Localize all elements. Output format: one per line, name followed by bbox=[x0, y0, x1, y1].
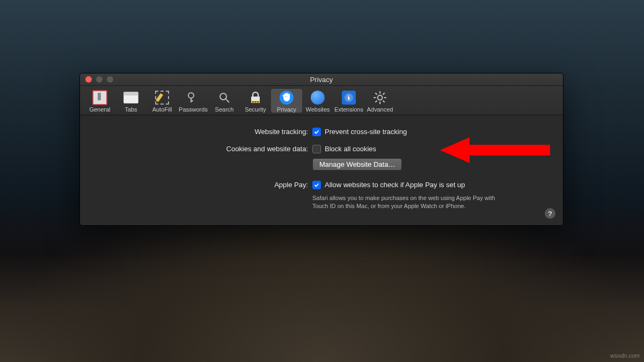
checkbox-label: Prevent cross-site tracking bbox=[325, 127, 407, 137]
tab-label: Search bbox=[215, 106, 234, 113]
checkbox-label: Block all cookies bbox=[325, 144, 376, 154]
tab-label: Security bbox=[245, 106, 266, 113]
svg-line-4 bbox=[226, 99, 229, 102]
tab-websites[interactable]: Websites bbox=[302, 89, 333, 113]
tab-label: Advanced bbox=[367, 106, 393, 113]
globe-icon bbox=[309, 90, 326, 105]
label-cookies: Cookies and website data: bbox=[96, 144, 312, 154]
svg-rect-2 bbox=[191, 100, 193, 101]
row-cookies: Cookies and website data: Block all cook… bbox=[96, 144, 547, 171]
tab-label: Websites bbox=[305, 106, 330, 113]
preferences-toolbar: General Tabs AutoFill Passwords Sear bbox=[80, 86, 563, 115]
checkbox-prevent-cross-site[interactable]: Prevent cross-site tracking bbox=[312, 127, 547, 137]
tab-autofill[interactable]: AutoFill bbox=[147, 89, 178, 113]
lock-icon bbox=[247, 90, 264, 105]
svg-rect-10 bbox=[257, 101, 259, 102]
svg-line-21 bbox=[383, 100, 384, 102]
tabs-icon bbox=[122, 90, 140, 105]
desktop-background: Privacy General Tabs AutoFill Passwords bbox=[0, 0, 644, 362]
tab-label: Tabs bbox=[125, 106, 137, 113]
row-apple-pay: Apple Pay: Allow websites to check if Ap… bbox=[96, 180, 547, 210]
search-icon bbox=[216, 90, 233, 105]
tab-privacy[interactable]: Privacy bbox=[271, 89, 302, 113]
hand-icon bbox=[278, 90, 295, 105]
tab-general[interactable]: General bbox=[84, 89, 115, 113]
svg-point-0 bbox=[188, 93, 194, 98]
row-website-tracking: Website tracking: Prevent cross-site tra… bbox=[96, 127, 547, 137]
window-title: Privacy bbox=[80, 76, 563, 84]
tab-advanced[interactable]: Advanced bbox=[364, 89, 396, 113]
tab-security[interactable]: Security bbox=[240, 89, 271, 113]
label-apple-pay: Apple Pay: bbox=[96, 180, 312, 190]
apple-pay-note: Safari allows you to make purchases on t… bbox=[312, 194, 506, 210]
svg-rect-1 bbox=[191, 98, 192, 102]
privacy-pane: Website tracking: Prevent cross-site tra… bbox=[80, 115, 563, 225]
manage-website-data-button[interactable]: Manage Website Data… bbox=[312, 158, 402, 171]
preferences-window: Privacy General Tabs AutoFill Passwords bbox=[79, 73, 564, 226]
tab-search[interactable]: Search bbox=[209, 89, 240, 113]
general-icon bbox=[91, 90, 108, 105]
tab-passwords[interactable]: Passwords bbox=[178, 89, 209, 113]
compass-icon bbox=[340, 90, 357, 105]
checkbox-apple-pay[interactable]: Allow websites to check if Apple Pay is … bbox=[312, 180, 547, 190]
autofill-icon bbox=[153, 90, 171, 105]
svg-point-15 bbox=[378, 95, 383, 100]
tab-label: Privacy bbox=[277, 106, 296, 113]
svg-point-3 bbox=[220, 93, 226, 100]
tab-label: AutoFill bbox=[152, 106, 172, 113]
gear-icon bbox=[371, 90, 389, 105]
checkbox-icon bbox=[312, 128, 321, 136]
tab-tabs[interactable]: Tabs bbox=[115, 89, 147, 113]
watermark-text: wsxdn.com bbox=[610, 352, 640, 359]
key-icon bbox=[185, 90, 202, 105]
label-website-tracking: Website tracking: bbox=[96, 127, 312, 137]
tab-label: Passwords bbox=[179, 106, 208, 113]
checkbox-label: Allow websites to check if Apple Pay is … bbox=[325, 180, 465, 190]
svg-line-22 bbox=[375, 100, 377, 102]
svg-line-20 bbox=[375, 93, 377, 94]
window-titlebar[interactable]: Privacy bbox=[80, 73, 563, 86]
help-button[interactable]: ? bbox=[545, 208, 555, 219]
checkbox-icon bbox=[312, 145, 321, 153]
svg-rect-9 bbox=[255, 101, 257, 102]
svg-line-23 bbox=[383, 93, 384, 94]
checkbox-icon bbox=[312, 181, 321, 189]
svg-rect-8 bbox=[252, 101, 254, 102]
tab-label: General bbox=[89, 106, 110, 113]
tab-label: Extensions bbox=[334, 106, 363, 113]
checkbox-block-cookies[interactable]: Block all cookies bbox=[312, 144, 547, 154]
tab-extensions[interactable]: Extensions bbox=[333, 89, 364, 113]
